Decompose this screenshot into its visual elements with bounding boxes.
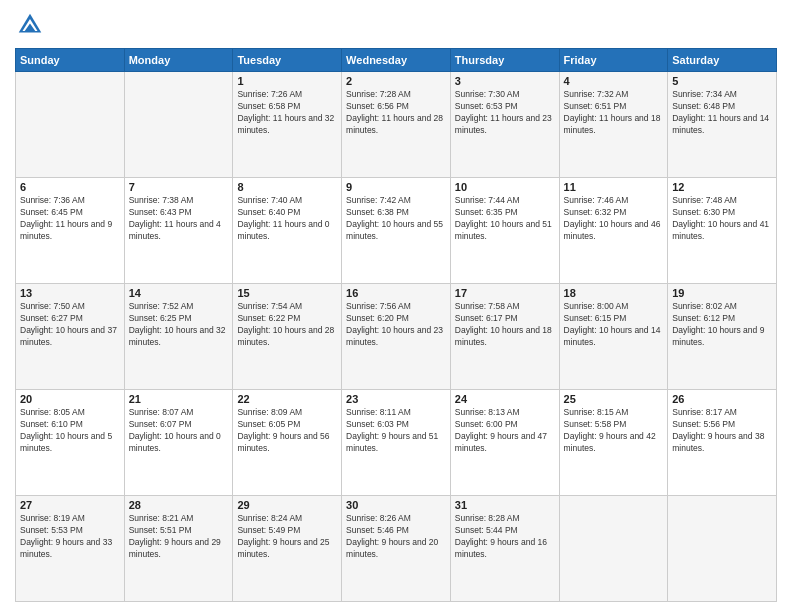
- day-number: 26: [672, 393, 772, 405]
- day-number: 30: [346, 499, 446, 511]
- day-info: Sunrise: 8:19 AM Sunset: 5:53 PM Dayligh…: [20, 513, 120, 561]
- day-info: Sunrise: 7:52 AM Sunset: 6:25 PM Dayligh…: [129, 301, 229, 349]
- day-info: Sunrise: 8:00 AM Sunset: 6:15 PM Dayligh…: [564, 301, 664, 349]
- day-info: Sunrise: 8:24 AM Sunset: 5:49 PM Dayligh…: [237, 513, 337, 561]
- calendar-week-row: 1Sunrise: 7:26 AM Sunset: 6:58 PM Daylig…: [16, 72, 777, 178]
- day-info: Sunrise: 7:48 AM Sunset: 6:30 PM Dayligh…: [672, 195, 772, 243]
- day-number: 4: [564, 75, 664, 87]
- calendar-cell: 12Sunrise: 7:48 AM Sunset: 6:30 PM Dayli…: [668, 178, 777, 284]
- day-info: Sunrise: 7:44 AM Sunset: 6:35 PM Dayligh…: [455, 195, 555, 243]
- calendar-cell: 5Sunrise: 7:34 AM Sunset: 6:48 PM Daylig…: [668, 72, 777, 178]
- calendar-cell: 17Sunrise: 7:58 AM Sunset: 6:17 PM Dayli…: [450, 284, 559, 390]
- day-info: Sunrise: 8:05 AM Sunset: 6:10 PM Dayligh…: [20, 407, 120, 455]
- day-info: Sunrise: 7:28 AM Sunset: 6:56 PM Dayligh…: [346, 89, 446, 137]
- calendar-cell: 4Sunrise: 7:32 AM Sunset: 6:51 PM Daylig…: [559, 72, 668, 178]
- day-number: 3: [455, 75, 555, 87]
- calendar-week-row: 27Sunrise: 8:19 AM Sunset: 5:53 PM Dayli…: [16, 496, 777, 602]
- calendar-cell: 2Sunrise: 7:28 AM Sunset: 6:56 PM Daylig…: [342, 72, 451, 178]
- calendar-cell: 11Sunrise: 7:46 AM Sunset: 6:32 PM Dayli…: [559, 178, 668, 284]
- calendar-cell: 13Sunrise: 7:50 AM Sunset: 6:27 PM Dayli…: [16, 284, 125, 390]
- calendar-header-monday: Monday: [124, 49, 233, 72]
- calendar-cell: 9Sunrise: 7:42 AM Sunset: 6:38 PM Daylig…: [342, 178, 451, 284]
- day-info: Sunrise: 8:15 AM Sunset: 5:58 PM Dayligh…: [564, 407, 664, 455]
- calendar-cell: 23Sunrise: 8:11 AM Sunset: 6:03 PM Dayli…: [342, 390, 451, 496]
- day-info: Sunrise: 8:17 AM Sunset: 5:56 PM Dayligh…: [672, 407, 772, 455]
- day-number: 21: [129, 393, 229, 405]
- calendar-cell: 21Sunrise: 8:07 AM Sunset: 6:07 PM Dayli…: [124, 390, 233, 496]
- logo-icon: [15, 10, 45, 40]
- calendar-cell: 8Sunrise: 7:40 AM Sunset: 6:40 PM Daylig…: [233, 178, 342, 284]
- calendar-cell: [559, 496, 668, 602]
- calendar-week-row: 20Sunrise: 8:05 AM Sunset: 6:10 PM Dayli…: [16, 390, 777, 496]
- page: SundayMondayTuesdayWednesdayThursdayFrid…: [0, 0, 792, 612]
- day-number: 28: [129, 499, 229, 511]
- day-number: 22: [237, 393, 337, 405]
- calendar-header-thursday: Thursday: [450, 49, 559, 72]
- day-info: Sunrise: 8:02 AM Sunset: 6:12 PM Dayligh…: [672, 301, 772, 349]
- calendar-header-friday: Friday: [559, 49, 668, 72]
- day-info: Sunrise: 7:46 AM Sunset: 6:32 PM Dayligh…: [564, 195, 664, 243]
- day-number: 1: [237, 75, 337, 87]
- day-info: Sunrise: 7:38 AM Sunset: 6:43 PM Dayligh…: [129, 195, 229, 243]
- day-info: Sunrise: 8:28 AM Sunset: 5:44 PM Dayligh…: [455, 513, 555, 561]
- calendar-week-row: 6Sunrise: 7:36 AM Sunset: 6:45 PM Daylig…: [16, 178, 777, 284]
- day-info: Sunrise: 7:42 AM Sunset: 6:38 PM Dayligh…: [346, 195, 446, 243]
- calendar-table: SundayMondayTuesdayWednesdayThursdayFrid…: [15, 48, 777, 602]
- calendar-header-row: SundayMondayTuesdayWednesdayThursdayFrid…: [16, 49, 777, 72]
- calendar-cell: 3Sunrise: 7:30 AM Sunset: 6:53 PM Daylig…: [450, 72, 559, 178]
- day-number: 16: [346, 287, 446, 299]
- day-number: 15: [237, 287, 337, 299]
- day-number: 17: [455, 287, 555, 299]
- day-info: Sunrise: 7:26 AM Sunset: 6:58 PM Dayligh…: [237, 89, 337, 137]
- calendar-header-sunday: Sunday: [16, 49, 125, 72]
- calendar-cell: 30Sunrise: 8:26 AM Sunset: 5:46 PM Dayli…: [342, 496, 451, 602]
- calendar-cell: 29Sunrise: 8:24 AM Sunset: 5:49 PM Dayli…: [233, 496, 342, 602]
- day-number: 24: [455, 393, 555, 405]
- calendar-cell: 16Sunrise: 7:56 AM Sunset: 6:20 PM Dayli…: [342, 284, 451, 390]
- day-number: 7: [129, 181, 229, 193]
- calendar-cell: 10Sunrise: 7:44 AM Sunset: 6:35 PM Dayli…: [450, 178, 559, 284]
- calendar-header-tuesday: Tuesday: [233, 49, 342, 72]
- day-number: 23: [346, 393, 446, 405]
- calendar-cell: 25Sunrise: 8:15 AM Sunset: 5:58 PM Dayli…: [559, 390, 668, 496]
- day-number: 27: [20, 499, 120, 511]
- day-info: Sunrise: 7:40 AM Sunset: 6:40 PM Dayligh…: [237, 195, 337, 243]
- day-number: 20: [20, 393, 120, 405]
- day-number: 25: [564, 393, 664, 405]
- day-info: Sunrise: 7:58 AM Sunset: 6:17 PM Dayligh…: [455, 301, 555, 349]
- calendar-cell: 31Sunrise: 8:28 AM Sunset: 5:44 PM Dayli…: [450, 496, 559, 602]
- day-number: 12: [672, 181, 772, 193]
- day-info: Sunrise: 8:26 AM Sunset: 5:46 PM Dayligh…: [346, 513, 446, 561]
- calendar-header-saturday: Saturday: [668, 49, 777, 72]
- day-number: 5: [672, 75, 772, 87]
- calendar-cell: 14Sunrise: 7:52 AM Sunset: 6:25 PM Dayli…: [124, 284, 233, 390]
- calendar-cell: 6Sunrise: 7:36 AM Sunset: 6:45 PM Daylig…: [16, 178, 125, 284]
- day-number: 14: [129, 287, 229, 299]
- day-number: 19: [672, 287, 772, 299]
- day-info: Sunrise: 7:54 AM Sunset: 6:22 PM Dayligh…: [237, 301, 337, 349]
- day-info: Sunrise: 7:50 AM Sunset: 6:27 PM Dayligh…: [20, 301, 120, 349]
- calendar-cell: 26Sunrise: 8:17 AM Sunset: 5:56 PM Dayli…: [668, 390, 777, 496]
- day-number: 31: [455, 499, 555, 511]
- calendar-cell: [16, 72, 125, 178]
- day-info: Sunrise: 7:32 AM Sunset: 6:51 PM Dayligh…: [564, 89, 664, 137]
- day-number: 2: [346, 75, 446, 87]
- calendar-header-wednesday: Wednesday: [342, 49, 451, 72]
- day-number: 18: [564, 287, 664, 299]
- calendar-cell: 7Sunrise: 7:38 AM Sunset: 6:43 PM Daylig…: [124, 178, 233, 284]
- calendar-cell: 24Sunrise: 8:13 AM Sunset: 6:00 PM Dayli…: [450, 390, 559, 496]
- day-number: 11: [564, 181, 664, 193]
- calendar-week-row: 13Sunrise: 7:50 AM Sunset: 6:27 PM Dayli…: [16, 284, 777, 390]
- day-info: Sunrise: 8:07 AM Sunset: 6:07 PM Dayligh…: [129, 407, 229, 455]
- day-info: Sunrise: 8:09 AM Sunset: 6:05 PM Dayligh…: [237, 407, 337, 455]
- day-number: 10: [455, 181, 555, 193]
- calendar-cell: 18Sunrise: 8:00 AM Sunset: 6:15 PM Dayli…: [559, 284, 668, 390]
- calendar-cell: 27Sunrise: 8:19 AM Sunset: 5:53 PM Dayli…: [16, 496, 125, 602]
- day-number: 13: [20, 287, 120, 299]
- calendar-cell: 1Sunrise: 7:26 AM Sunset: 6:58 PM Daylig…: [233, 72, 342, 178]
- day-info: Sunrise: 7:56 AM Sunset: 6:20 PM Dayligh…: [346, 301, 446, 349]
- calendar-cell: 22Sunrise: 8:09 AM Sunset: 6:05 PM Dayli…: [233, 390, 342, 496]
- day-number: 9: [346, 181, 446, 193]
- day-info: Sunrise: 8:11 AM Sunset: 6:03 PM Dayligh…: [346, 407, 446, 455]
- day-number: 8: [237, 181, 337, 193]
